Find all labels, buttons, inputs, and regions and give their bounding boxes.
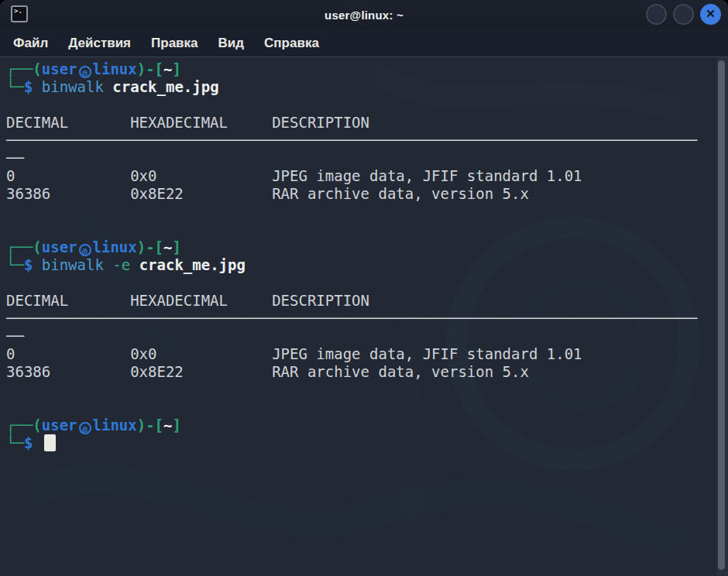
terminal-output[interactable]: ┌──(user@linux)-[~]└─$ binwalk crack_me.… bbox=[0, 57, 728, 452]
terminal-line: DECIMAL HEXADECIMAL DESCRIPTION bbox=[6, 114, 714, 132]
text-segment: ┌──( bbox=[6, 60, 42, 77]
terminal-line: 0 0x0 JPEG image data, JFIF standard 1.0… bbox=[6, 345, 714, 363]
text-segment bbox=[33, 256, 41, 273]
text-segment: )-[ bbox=[137, 60, 163, 77]
text-segment: linux bbox=[93, 417, 137, 434]
terminal-prompt-glyph: >. bbox=[14, 7, 22, 15]
text-segment bbox=[104, 256, 112, 273]
text-segment: crack_me.jpg bbox=[139, 256, 246, 273]
at-symbol-icon: @ bbox=[79, 66, 91, 78]
terminal-line: └─$ binwalk -e crack_me.jpg bbox=[6, 256, 714, 274]
terminal-line: 0 0x0 JPEG image data, JFIF standard 1.0… bbox=[6, 167, 714, 185]
terminal-line: DECIMAL HEXADECIMAL DESCRIPTION bbox=[6, 292, 714, 310]
text-segment: $ bbox=[24, 78, 33, 95]
text-segment: 36386 0x8E22 RAR archive data, version 5… bbox=[6, 363, 529, 380]
text-segment: └─ bbox=[6, 434, 24, 451]
text-segment: ] bbox=[173, 60, 181, 77]
terminal-app-icon: >. bbox=[11, 5, 28, 22]
terminal-line: ┌──(user@linux)-[~] bbox=[6, 417, 714, 434]
text-segment: )-[ bbox=[137, 238, 163, 255]
menu-item-actions[interactable]: Действия bbox=[67, 34, 132, 53]
terminal-line: ────────────────────────────────────────… bbox=[6, 310, 714, 327]
text-segment: ~ bbox=[163, 417, 172, 434]
maximize-button[interactable] bbox=[673, 4, 694, 25]
terminal-line bbox=[6, 221, 714, 238]
text-segment: ┌──( bbox=[6, 238, 42, 255]
text-segment: $ bbox=[24, 434, 33, 451]
terminal-line: └─$ bbox=[6, 434, 714, 452]
text-segment: ── bbox=[6, 327, 24, 345]
text-segment: binwalk bbox=[42, 78, 104, 95]
text-segment bbox=[130, 256, 139, 273]
text-segment: )-[ bbox=[137, 417, 163, 434]
text-segment: binwalk bbox=[42, 256, 104, 273]
terminal-line bbox=[6, 274, 714, 292]
terminal-line: ── bbox=[6, 149, 714, 167]
text-segment bbox=[33, 78, 41, 95]
menu-item-help[interactable]: Справка bbox=[263, 34, 321, 53]
text-segment: linux bbox=[93, 60, 137, 77]
terminal-line: ┌──(user@linux)-[~] bbox=[6, 238, 714, 256]
text-segment: 0 0x0 JPEG image data, JFIF standard 1.0… bbox=[6, 167, 582, 184]
text-segment: ┌──( bbox=[6, 417, 42, 434]
text-segment bbox=[104, 78, 112, 95]
at-symbol-icon: @ bbox=[79, 244, 91, 256]
text-segment: DECIMAL HEXADECIMAL DESCRIPTION bbox=[6, 114, 369, 131]
at-symbol-icon: @ bbox=[79, 422, 91, 434]
menu-item-file[interactable]: Файл bbox=[12, 34, 50, 53]
terminal-line: ────────────────────────────────────────… bbox=[6, 132, 714, 149]
terminal-line bbox=[6, 96, 714, 114]
terminal-line bbox=[6, 203, 714, 221]
terminal-line: 36386 0x8E22 RAR archive data, version 5… bbox=[6, 185, 714, 203]
text-segment: └─ bbox=[6, 256, 24, 273]
text-segment: ] bbox=[173, 238, 181, 255]
text-segment: ] bbox=[173, 417, 181, 434]
text-segment: crack_me.jpg bbox=[112, 78, 218, 95]
terminal-line: 36386 0x8E22 RAR archive data, version 5… bbox=[6, 363, 714, 381]
text-segment: 0 0x0 JPEG image data, JFIF standard 1.0… bbox=[6, 345, 582, 362]
text-segment: user bbox=[42, 238, 77, 255]
text-segment: $ bbox=[24, 256, 33, 273]
terminal-line: ── bbox=[6, 327, 714, 345]
text-segment: ── bbox=[6, 149, 24, 166]
text-segment: -e bbox=[112, 256, 130, 273]
window-title: user@linux: ~ bbox=[325, 9, 403, 22]
terminal-line bbox=[6, 399, 714, 417]
text-segment: 36386 0x8E22 RAR archive data, version 5… bbox=[6, 185, 529, 202]
terminal-cursor bbox=[44, 434, 56, 451]
minimize-button[interactable] bbox=[646, 4, 667, 25]
titlebar[interactable]: >. user@linux: ~ ✕ bbox=[0, 0, 728, 29]
text-segment: linux bbox=[93, 238, 137, 255]
text-segment: user bbox=[42, 60, 77, 77]
close-icon: ✕ bbox=[706, 8, 716, 19]
text-segment: └─ bbox=[6, 78, 24, 95]
text-segment: ────────────────────────────────────────… bbox=[6, 310, 697, 327]
menu-item-edit[interactable]: Правка bbox=[149, 34, 199, 53]
menu-item-view[interactable]: Вид bbox=[217, 34, 246, 53]
text-segment: user bbox=[42, 417, 77, 434]
scrollbar-thumb[interactable] bbox=[718, 60, 725, 570]
menubar: Файл Действия Правка Вид Справка bbox=[0, 29, 728, 57]
terminal-area[interactable]: ┌──(user@linux)-[~]└─$ binwalk crack_me.… bbox=[0, 57, 728, 575]
text-segment: ~ bbox=[163, 60, 172, 77]
text-segment: ────────────────────────────────────────… bbox=[6, 132, 697, 149]
terminal-window: >. user@linux: ~ ✕ Файл Действия Правка … bbox=[0, 0, 728, 576]
close-button[interactable]: ✕ bbox=[700, 4, 721, 25]
terminal-line: └─$ binwalk crack_me.jpg bbox=[6, 78, 714, 96]
text-segment: DECIMAL HEXADECIMAL DESCRIPTION bbox=[6, 292, 369, 309]
text-segment: ~ bbox=[163, 238, 172, 255]
window-controls: ✕ bbox=[646, 4, 721, 25]
terminal-line: ┌──(user@linux)-[~] bbox=[6, 60, 714, 78]
terminal-line bbox=[6, 381, 714, 399]
